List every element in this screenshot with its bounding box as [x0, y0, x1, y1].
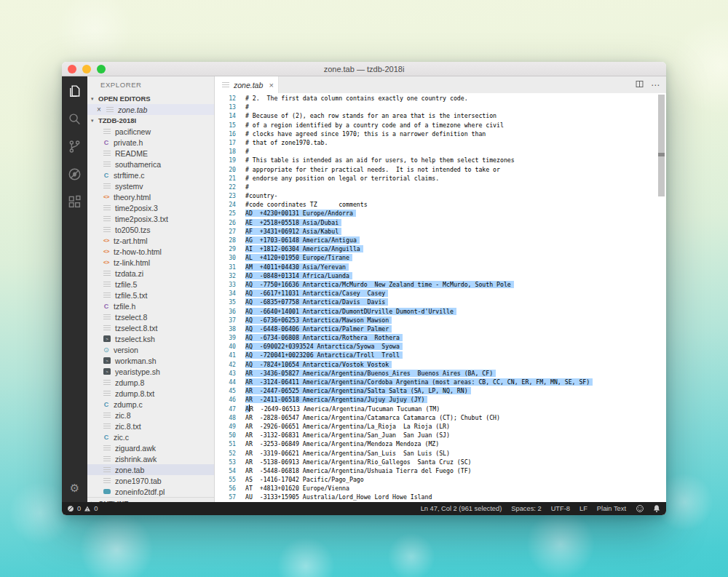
- file-item-tzselect.ksh[interactable]: >tzselect.ksh: [87, 333, 214, 344]
- problems-indicator[interactable]: 0 0: [67, 505, 98, 512]
- file-item-time2posix.3[interactable]: time2posix.3: [87, 202, 214, 213]
- feedback-smiley-icon[interactable]: [636, 504, 644, 513]
- tab-close-icon[interactable]: ×: [269, 81, 274, 89]
- code-line-53[interactable]: 53AR -5138-06913 America/Argentina/Rio_G…: [215, 458, 657, 466]
- code-line-20[interactable]: 20# appropriate for their practical need…: [215, 165, 657, 174]
- code-line-28[interactable]: 28AG +1703-06148 America/Antigua: [215, 236, 657, 244]
- code-line-31[interactable]: 31AM +4011+04430 Asia/Yerevan: [215, 263, 657, 271]
- file-item-systemv[interactable]: systemv: [87, 180, 214, 191]
- file-item-theory.html[interactable]: <>theory.html: [87, 191, 214, 202]
- code-line-40[interactable]: 40AQ -690022+0393524 Antarctica/Syowa Sy…: [215, 342, 657, 351]
- code-line-19[interactable]: 19# This table is intended as an aid for…: [215, 156, 657, 164]
- file-item-yearistype.sh[interactable]: >yearistype.sh: [87, 366, 214, 377]
- code-line-32[interactable]: 32AO -0848+01314 Africa/Luanda: [215, 271, 657, 280]
- code-line-50[interactable]: 50AR -3132-06831 America/Argentina/San_J…: [215, 431, 657, 439]
- code-line-14[interactable]: 14# Because of (2), each row stands for …: [215, 111, 657, 120]
- code-line-29[interactable]: 29AI +1812-06304 America/Anguilla: [215, 244, 657, 253]
- code-line-17[interactable]: 17# that of zone1970.tab.: [215, 138, 657, 147]
- explorer-icon[interactable]: [67, 84, 82, 99]
- file-item-strftime.c[interactable]: Cstrftime.c: [87, 170, 214, 180]
- folder-section-header[interactable]: ▾ TZDB-2018I: [87, 115, 214, 126]
- title-bar[interactable]: zone.tab — tzdb-2018i: [62, 62, 666, 76]
- source-control-icon[interactable]: [67, 139, 82, 154]
- code-line-38[interactable]: 38AQ -6448-06406 Antarctica/Palmer Palme…: [215, 325, 657, 333]
- file-item-tzdata.zi[interactable]: tzdata.zi: [87, 268, 214, 279]
- file-item-zishrink.awk[interactable]: zishrink.awk: [87, 453, 214, 464]
- code-line-22[interactable]: 22#: [215, 183, 657, 191]
- code-line-52[interactable]: 52AR -3319-06621 America/Argentina/San_L…: [215, 449, 657, 458]
- code-line-27[interactable]: 27AF +3431+06912 Asia/Kabul: [215, 227, 657, 236]
- eol-status[interactable]: LF: [579, 505, 587, 512]
- open-editor-item-zone.tab[interactable]: × zone.tab: [87, 104, 214, 115]
- code-line-47[interactable]: 47AR -2649-06513 America/Argentina/Tucum…: [215, 405, 657, 413]
- code-editor[interactable]: 12# 2. The first data column contains ex…: [215, 93, 666, 502]
- file-item-README[interactable]: README: [87, 148, 214, 159]
- code-line-46[interactable]: 46AR -2411-06518 America/Argentina/Jujuy…: [215, 395, 657, 404]
- file-item-tzfile.5[interactable]: tzfile.5: [87, 279, 214, 290]
- close-icon[interactable]: ×: [97, 106, 106, 114]
- code-line-44[interactable]: 44AR -3124-06411 America/Argentina/Cordo…: [215, 378, 657, 386]
- file-item-tz-art.html[interactable]: <>tz-art.html: [87, 235, 214, 246]
- code-line-23[interactable]: 23#country-: [215, 191, 657, 200]
- notifications-bell-icon[interactable]: [652, 504, 661, 513]
- code-line-30[interactable]: 30AL +4120+01950 Europe/Tirane: [215, 253, 657, 262]
- code-line-51[interactable]: 51AR -3253-06849 America/Argentina/Mendo…: [215, 439, 657, 448]
- file-item-version[interactable]: ⊙version: [87, 344, 214, 355]
- code-line-24[interactable]: 24#code coordinates TZ comments: [215, 200, 657, 209]
- code-line-56[interactable]: 56AT +4813+01620 Europe/Vienna: [215, 484, 657, 493]
- code-line-54[interactable]: 54AR -5448-06818 America/Argentina/Ushua…: [215, 466, 657, 475]
- vertical-scrollbar[interactable]: [658, 95, 665, 196]
- minimize-window-button[interactable]: [82, 65, 91, 73]
- file-item-zdump.8[interactable]: zdump.8: [87, 377, 214, 388]
- code-line-57[interactable]: 57AU -3133+15905 Australia/Lord_Howe Lor…: [215, 493, 657, 501]
- cursor-position-status[interactable]: Ln 47, Col 2 (961 selected): [421, 505, 502, 512]
- search-icon[interactable]: [67, 111, 82, 127]
- close-window-button[interactable]: [68, 65, 76, 73]
- zoom-window-button[interactable]: [97, 65, 106, 73]
- code-line-43[interactable]: 43AR -3436-05827 America/Argentina/Bueno…: [215, 369, 657, 378]
- code-line-39[interactable]: 39AQ -6734-06808 Antarctica/Rothera Roth…: [215, 333, 657, 342]
- code-line-36[interactable]: 36AQ -6640+14001 Antarctica/DumontDUrvil…: [215, 307, 657, 316]
- code-line-34[interactable]: 34AQ -6617+11031 Antarctica/Casey Casey: [215, 289, 657, 298]
- code-line-37[interactable]: 37AQ -6736+06253 Antarctica/Mawson Mawso…: [215, 316, 657, 325]
- code-line-48[interactable]: 48AR -2828-06547 America/Argentina/Catam…: [215, 413, 657, 422]
- file-item-zoneinfo2tdf.pl[interactable]: zoneinfo2tdf.pl: [87, 486, 214, 497]
- file-item-southamerica[interactable]: southamerica: [87, 159, 214, 170]
- encoding-status[interactable]: UTF-8: [551, 505, 570, 512]
- code-line-16[interactable]: 16# clocks have agreed since 1970; this …: [215, 130, 657, 138]
- code-line-49[interactable]: 49AR -2926-06651 America/Argentina/La_Ri…: [215, 422, 657, 431]
- file-item-tz-link.html[interactable]: <>tz-link.html: [87, 257, 214, 268]
- file-item-zic.c[interactable]: Czic.c: [87, 431, 214, 442]
- code-line-35[interactable]: 35AQ -6835+07758 Antarctica/Davis Davis: [215, 298, 657, 306]
- file-item-zdump.8.txt[interactable]: zdump.8.txt: [87, 388, 214, 399]
- file-item-zdump.c[interactable]: Czdump.c: [87, 399, 214, 410]
- indentation-status[interactable]: Spaces: 2: [511, 505, 541, 512]
- file-item-tzfile.5.txt[interactable]: tzfile.5.txt: [87, 290, 214, 301]
- code-line-33[interactable]: 33AQ -7750+16636 Antarctica/McMurdo New …: [215, 280, 657, 289]
- file-item-tzselect.8[interactable]: tzselect.8: [87, 311, 214, 322]
- code-line-55[interactable]: 55AS -1416-17042 Pacific/Pago_Pago: [215, 475, 657, 484]
- file-item-zic.8.txt[interactable]: zic.8.txt: [87, 421, 214, 431]
- file-item-tzfile.h[interactable]: Ctzfile.h: [87, 301, 214, 311]
- debug-icon[interactable]: [67, 167, 82, 182]
- code-line-13[interactable]: 13#: [215, 103, 657, 111]
- settings-gear-icon[interactable]: ⚙: [67, 480, 82, 496]
- language-mode-status[interactable]: Plain Text: [597, 505, 626, 512]
- file-item-time2posix.3.txt[interactable]: time2posix.3.txt: [87, 213, 214, 224]
- extensions-icon[interactable]: [67, 194, 82, 210]
- file-item-pacificnew[interactable]: pacificnew: [87, 126, 214, 137]
- file-item-tzselect.8.txt[interactable]: tzselect.8.txt: [87, 322, 214, 333]
- file-item-zic.8[interactable]: zic.8: [87, 410, 214, 421]
- code-line-42[interactable]: 42AQ -7824+10654 Antarctica/Vostok Vosto…: [215, 360, 657, 369]
- open-editors-header[interactable]: ▾ OPEN EDITORS: [87, 93, 214, 104]
- split-editor-icon[interactable]: [635, 79, 644, 92]
- code-line-12[interactable]: 12# 2. The first data column contains ex…: [215, 94, 657, 103]
- code-line-45[interactable]: 45AR -2447-06525 America/Argentina/Salta…: [215, 386, 657, 395]
- code-line-15[interactable]: 15# of a region identified by a country …: [215, 121, 657, 130]
- code-line-18[interactable]: 18#: [215, 147, 657, 156]
- file-item-ziguard.awk[interactable]: ziguard.awk: [87, 442, 214, 453]
- file-item-zone.tab[interactable]: zone.tab: [87, 464, 214, 475]
- code-line-41[interactable]: 41AQ -720041+0023206 Antarctica/Troll Tr…: [215, 351, 657, 359]
- code-line-25[interactable]: 25AD +4230+00131 Europe/Andorra: [215, 209, 657, 218]
- code-line-26[interactable]: 26AE +2518+05518 Asia/Dubai: [215, 218, 657, 227]
